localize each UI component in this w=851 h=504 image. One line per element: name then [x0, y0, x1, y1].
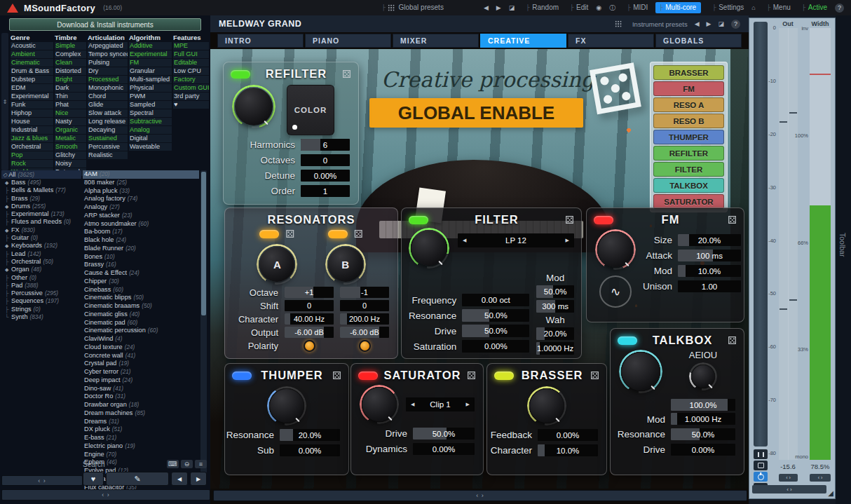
- param-value-box[interactable]: 100 ms: [678, 250, 741, 261]
- filter-tag[interactable]: Long release: [88, 118, 128, 125]
- filter-tag[interactable]: Granular: [129, 67, 172, 75]
- preset-item[interactable]: Concrete wall(41): [83, 352, 199, 360]
- selector-next-icon[interactable]: ▶: [566, 238, 569, 243]
- help-icon[interactable]: ?: [731, 20, 740, 29]
- filter-tag[interactable]: Low CPU: [173, 67, 209, 75]
- brasser-enable-toggle[interactable]: [494, 372, 514, 380]
- next-preset-button[interactable]: ▶: [190, 472, 207, 486]
- selector-next-icon[interactable]: ▶: [466, 402, 470, 407]
- filter-tag[interactable]: Arpeggiated: [88, 42, 128, 50]
- param-value-box[interactable]: 10.0%: [678, 265, 741, 277]
- filter-tag[interactable]: Distorted: [55, 67, 86, 75]
- param-value-box[interactable]: 0.00%: [413, 443, 475, 455]
- filter-tag[interactable]: Wavetable: [129, 143, 172, 151]
- filter-tag[interactable]: Glitchy: [55, 151, 86, 159]
- preset-item[interactable]: Black hole(24): [83, 236, 199, 245]
- saturator-random-dice-icon[interactable]: ⚄: [467, 369, 476, 382]
- filter-tag[interactable]: Percussive: [88, 143, 128, 151]
- edit-button[interactable]: Edit: [566, 4, 588, 11]
- tree-item[interactable]: Percussive(295): [1, 290, 81, 297]
- preset-item[interactable]: Cinematic percussion(60): [83, 327, 199, 335]
- param-value-box[interactable]: 20.0%: [678, 234, 741, 246]
- module-select-button[interactable]: REFILTER: [653, 146, 724, 161]
- module-select-button[interactable]: THUMPER: [653, 130, 724, 144]
- filter-tag[interactable]: FM: [129, 59, 172, 67]
- filter-tag[interactable]: Clean: [55, 59, 86, 67]
- tree-item[interactable]: FX(830): [1, 226, 81, 234]
- filter-tag[interactable]: Orchestral: [11, 143, 53, 151]
- param-value-box[interactable]: 50.0%: [462, 325, 529, 337]
- filter-tag[interactable]: Experimental: [129, 50, 172, 58]
- filter-tag[interactable]: Complex: [55, 50, 86, 58]
- module-select-button[interactable]: SATURATOR: [653, 194, 724, 209]
- param-value-box[interactable]: 1.00: [678, 280, 741, 292]
- reso-b-random-dice-icon[interactable]: ⚄: [354, 228, 363, 240]
- filter-tag[interactable]: Decaying: [88, 126, 128, 134]
- snapshot-icon[interactable]: ◪: [718, 20, 724, 27]
- pause-button[interactable]: [754, 449, 768, 459]
- preset-item[interactable]: Analog factory(74): [83, 195, 199, 203]
- thumper-knob[interactable]: [267, 386, 306, 425]
- tree-item[interactable]: Lead(142): [1, 250, 81, 258]
- filter-tag[interactable]: Digital: [129, 135, 172, 142]
- selector-prev-icon[interactable]: ◀: [411, 402, 414, 407]
- tree-item[interactable]: Brass(29): [1, 195, 81, 203]
- filter-tag[interactable]: PWM: [129, 93, 172, 100]
- active-indicator[interactable]: Active: [798, 4, 827, 11]
- filter-tag[interactable]: Dubstep: [11, 76, 53, 83]
- saturator-enable-toggle[interactable]: [358, 372, 378, 380]
- filter-tag[interactable]: Dark: [55, 84, 86, 92]
- resize-handle-icon[interactable]: ◢: [828, 490, 833, 497]
- tab[interactable]: INTRO: [217, 34, 304, 48]
- filter-tag[interactable]: Spectral: [129, 109, 172, 117]
- filter-tag[interactable]: Analog: [129, 126, 172, 134]
- preset-item[interactable]: Blade Runner(20): [83, 245, 199, 253]
- filter-tag[interactable]: Acoustic: [11, 42, 53, 50]
- favorite-button[interactable]: ♥: [83, 472, 104, 486]
- width-meter[interactable]: [810, 28, 831, 460]
- reso-a-value-box[interactable]: +1: [285, 287, 334, 298]
- preset-item[interactable]: Cinematic pad(60): [83, 319, 199, 327]
- download-install-button[interactable]: Download & Install instruments: [9, 18, 201, 31]
- main-hscrollbar[interactable]: ‹ ›: [213, 490, 747, 501]
- tree-item[interactable]: Organ(48): [1, 266, 81, 273]
- filter-tag[interactable]: Subtractive: [129, 118, 172, 125]
- preset-item[interactable]: DX pluck(51): [83, 425, 199, 434]
- tree-item[interactable]: Guitar(0): [1, 234, 81, 242]
- reso-a-value-box[interactable]: 0: [285, 300, 334, 311]
- filter-tag[interactable]: Additive: [129, 42, 172, 50]
- preset-item[interactable]: Electric piano(19): [83, 442, 199, 451]
- filter-tag[interactable]: Bright: [55, 76, 86, 83]
- reso-a-polarity-knob[interactable]: [304, 340, 315, 352]
- preset-item[interactable]: ClaviWind(4): [83, 335, 199, 343]
- filter-tag[interactable]: Metalic: [55, 135, 86, 142]
- filter-tag[interactable]: Rock: [11, 160, 53, 168]
- filter-tag[interactable]: Organic: [55, 126, 86, 134]
- tree-item[interactable]: Other(0): [1, 274, 81, 282]
- saturator-knob[interactable]: [360, 385, 399, 424]
- tree-item[interactable]: Keyboards(192): [1, 242, 81, 250]
- param-value-box[interactable]: 50.0%: [671, 428, 735, 440]
- saturator-type-selector[interactable]: ◀ Clip 1 ▶: [406, 397, 475, 411]
- tab[interactable]: CREATIVE: [480, 34, 566, 48]
- param-value-box[interactable]: 0: [301, 154, 350, 166]
- param-value-box[interactable]: 0.00%: [462, 340, 529, 353]
- module-select-button[interactable]: FILTER: [653, 162, 724, 177]
- filter-scrollbar[interactable]: ⇕: [1, 33, 8, 170]
- fm-enable-toggle[interactable]: [594, 216, 613, 224]
- refilter-color-pad[interactable]: COLOR: [287, 85, 334, 135]
- preset-item[interactable]: Cinematic braaams(50): [83, 302, 199, 311]
- param-value-box[interactable]: 0.00%: [538, 429, 598, 441]
- instrument-presets-button[interactable]: Instrument presets: [632, 20, 688, 28]
- out-value[interactable]: -15.6: [776, 463, 800, 470]
- refilter-random-dice-icon[interactable]: ⚄: [342, 68, 351, 81]
- speaker-icon[interactable]: ◉: [596, 4, 601, 11]
- reso-a-value-box[interactable]: 40.00 Hz: [285, 313, 334, 325]
- tab[interactable]: GLOBALS: [655, 34, 742, 48]
- filter-tag[interactable]: Dry: [88, 67, 128, 75]
- filter-tag[interactable]: Drum & Bass: [11, 67, 53, 75]
- tab[interactable]: MIXER: [393, 34, 479, 48]
- preset-item[interactable]: Cinematic blipps(50): [83, 294, 199, 302]
- filter-tag[interactable]: Nice: [55, 109, 86, 117]
- preset-item[interactable]: 808 maker(25): [83, 179, 199, 187]
